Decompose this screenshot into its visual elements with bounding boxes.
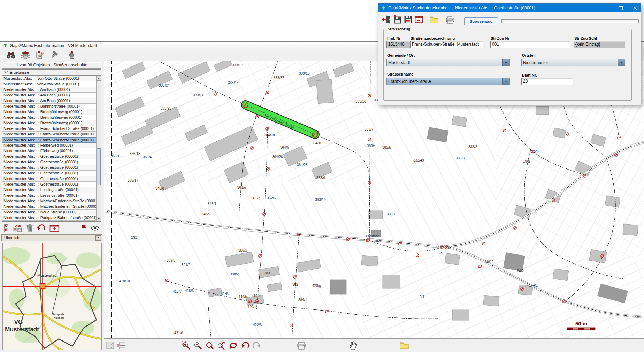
parcel-label: 164/1: [529, 283, 538, 287]
zoom-in-button[interactable]: [182, 341, 191, 350]
results-scrollbar[interactable]: ▲ ▼: [96, 76, 101, 221]
minimize-button[interactable]: [600, 4, 612, 12]
zoom-out-button[interactable]: [193, 341, 202, 350]
exit-form-button[interactable]: [381, 15, 391, 24]
result-item[interactable]: Niedermuster Abs: : Neue Straße (00001): [2, 210, 97, 215]
strzugschl-field: {kein Eintrag}: [574, 41, 625, 48]
delete-button[interactable]: [26, 223, 33, 233]
undo-selection-button[interactable]: [37, 223, 46, 233]
results-header-label: Ergebnisse: [10, 70, 29, 74]
layer-checkboxes-icon: [117, 341, 126, 350]
add-object-button[interactable]: [49, 223, 60, 233]
scroll-down-arrow[interactable]: ▼: [97, 217, 101, 221]
bezeichnung-field[interactable]: Franz-Schubert-Straße Musterstadt: [410, 41, 483, 48]
pan-button[interactable]: [348, 340, 357, 350]
scroll-thumb[interactable]: [97, 148, 101, 185]
deselect-all-button[interactable]: [3, 223, 9, 233]
new-record-button[interactable]: [414, 15, 424, 24]
result-item[interactable]: Musterstadt Abs: : von-Otto-Straße (0000…: [2, 81, 97, 87]
open-record-button[interactable]: [429, 15, 439, 24]
blatt-field[interactable]: 28: [521, 78, 573, 85]
parcel-label: 384/1: [298, 298, 307, 302]
save-back-button[interactable]: [392, 15, 402, 24]
result-item[interactable]: Niedermuster Abs: : Matthes-Enderlein-St…: [2, 198, 97, 204]
flag-button[interactable]: [80, 223, 87, 233]
save-record-button[interactable]: [403, 15, 413, 24]
result-item[interactable]: Niedermuster Abs: : Parkplatz Bahnhofstr…: [2, 215, 97, 221]
edit-data-button[interactable]: [35, 50, 45, 60]
gemeinde-dropdown-arrow-icon[interactable]: ▼: [502, 59, 509, 66]
results-header[interactable]: Ergebnisse: [2, 69, 101, 76]
undo-view-button[interactable]: [240, 341, 250, 350]
parcel-label: 364/25: [297, 163, 308, 167]
result-item[interactable]: Niedermuster Abs: : Am Bach (00001): [2, 87, 97, 93]
parcel-label: 362/6: [267, 196, 276, 200]
print-map-button[interactable]: [296, 341, 307, 350]
dither-legend-button[interactable]: [106, 341, 114, 350]
result-item-selected[interactable]: Niedermuster Abs: : Franz-Schubert-Straß…: [2, 137, 97, 143]
minimize-icon: [605, 8, 608, 8]
result-item[interactable]: Niedermuster Abs: : Am Bach (00001): [2, 93, 97, 98]
search-button[interactable]: [6, 51, 16, 60]
strassenname-select[interactable]: Franz-Schubert-Straße ▼: [386, 78, 510, 85]
zoom-extent-button[interactable]: [205, 341, 215, 350]
result-item[interactable]: Niedermuster Abs: : Am Bach (00001): [2, 98, 97, 104]
result-item[interactable]: Niedermuster Abs: : Goethestraße (00001): [2, 171, 97, 176]
parcel-label: 418/7: [173, 290, 182, 293]
result-item[interactable]: Niedermuster Abs: : Goethestraße (00001): [2, 182, 97, 187]
overview-vg-label1: VG: [14, 319, 23, 325]
result-item[interactable]: Niedermuster Abs: : Goethestraße (00001): [2, 159, 97, 165]
ortsteil-dropdown-arrow-icon[interactable]: ▼: [618, 59, 625, 66]
open-map-button[interactable]: [399, 341, 409, 350]
result-item[interactable]: Niedermuster Abs: : Färberweg (00001): [2, 143, 97, 148]
tools-button[interactable]: [49, 50, 59, 60]
result-item[interactable]: Niedermuster Abs: : Franz-Schubert-Straß…: [2, 126, 97, 132]
parcel-label: 391/2: [182, 263, 190, 267]
result-item[interactable]: Niedermuster Abs: : Matthes-Enderlein-St…: [2, 204, 97, 210]
overview-header[interactable]: Übersicht ▴: [1, 234, 102, 241]
gemeinde-select[interactable]: Musterstadt ▼: [386, 59, 510, 66]
parcel-label: 130/12: [483, 260, 494, 264]
layers-button[interactable]: [21, 50, 31, 60]
dialog-titlebar[interactable]: Gaja®Matrix Sachdateneingabe - - Niederm…: [378, 4, 641, 12]
overview-pin-button[interactable]: ▴: [95, 235, 101, 241]
result-item[interactable]: Musterstadt Abs: : von-Otto-Straße (0000…: [2, 76, 97, 81]
result-count-status[interactable]: 1 von 96 Objekten : Straßenabschnitte: [2, 62, 101, 69]
sachdaten-dialog: Gaja®Matrix Sachdateneingabe - - Niederm…: [378, 3, 641, 105]
tab-strassenzug[interactable]: Strassenzug: [464, 17, 498, 25]
ortsteil-select[interactable]: Niedermuster ▼: [521, 59, 625, 66]
result-item[interactable]: Niedermuster Abs: : Lessingstraße (00001…: [2, 193, 97, 198]
overview-map[interactable]: Musterstadt Beispiel- hausen VG Musterst…: [2, 243, 102, 350]
result-item[interactable]: Niedermuster Abs: : Bahnhofstraße (00001…: [2, 104, 97, 109]
overview-map-canvas[interactable]: Musterstadt Beispiel- hausen VG Musterst…: [3, 243, 101, 350]
parcel-label: 365/16: [111, 154, 122, 158]
print-record-button[interactable]: [445, 15, 455, 24]
save-arrow-icon: [393, 15, 402, 24]
strassenname-dropdown-arrow-icon[interactable]: ▼: [502, 78, 509, 85]
result-item[interactable]: Niedermuster Abs: : Lessingstraße (00001…: [2, 187, 97, 193]
result-item[interactable]: Niedermuster Abs: : Goethestraße (00001): [2, 176, 97, 182]
visibility-button[interactable]: [90, 225, 100, 232]
refresh-button[interactable]: [228, 341, 238, 350]
result-item[interactable]: Niedermuster Abs: : Färberweg (00001): [2, 148, 97, 154]
redo-view-button[interactable]: [252, 341, 261, 350]
result-item[interactable]: Niedermuster Abs: : Brettmühlenweg (0000…: [2, 115, 97, 120]
layer-visibility-button[interactable]: [116, 341, 127, 350]
close-button[interactable]: [629, 4, 641, 12]
result-item[interactable]: Niedermuster Abs: : Goethestraße (00001): [2, 154, 97, 159]
result-item[interactable]: Niedermuster Abs: : Goethestraße (00001): [2, 165, 97, 171]
parcel-label: 333/57: [274, 76, 284, 80]
parcel-label: 333/24: [159, 84, 170, 87]
zoom-to-button[interactable]: [217, 341, 226, 350]
strzugnr-field[interactable]: 001: [490, 41, 570, 48]
scroll-up-arrow[interactable]: ▲: [97, 76, 101, 81]
result-item[interactable]: Niedermuster Abs: : Brettmühlenweg (0000…: [2, 109, 97, 115]
collapse-triangle-icon: [4, 71, 8, 74]
result-item[interactable]: Niedermuster Abs: : Brettmühlenweg (0000…: [2, 120, 97, 126]
result-item[interactable]: Niedermuster Abs: : Franz-Schubert-Straß…: [2, 132, 97, 137]
overview-beispiel-label2: hausen: [54, 316, 64, 320]
remove-selection-button[interactable]: [13, 223, 23, 233]
hydrant-button[interactable]: [69, 50, 75, 60]
maximize-button[interactable]: [615, 4, 627, 12]
parcel-label: 383: [264, 271, 270, 275]
